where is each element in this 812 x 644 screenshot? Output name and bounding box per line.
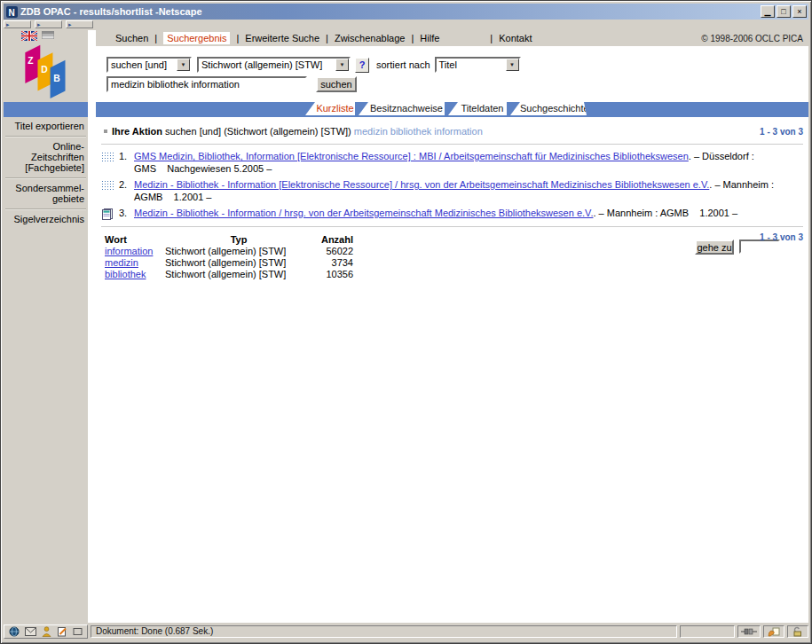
status-empty-field <box>680 625 735 638</box>
sidebar-menu: Titel exportieren Online-Zeitschriften [… <box>4 117 88 229</box>
word-link[interactable]: medizin <box>105 257 138 268</box>
chevron-down-icon: ▼ <box>506 59 519 71</box>
copyright-text: © 1998-2006 OCLC PICA <box>701 34 808 43</box>
component-bar-icon[interactable] <box>73 627 83 636</box>
result-holdings: AGMB 1.2001 – <box>134 192 803 203</box>
nav-suchergebnis[interactable]: Suchergebnis <box>163 32 230 44</box>
main-area: Suchen | Suchergebnis | Erweiterte Suche… <box>96 30 808 623</box>
netscape-icon: N <box>6 6 18 18</box>
collapsed-toolbar-tab[interactable]: ▸ <box>66 20 93 28</box>
word-count-range: 1 - 3 von 3 <box>760 232 803 242</box>
expand-arrow-icon: ▸ <box>37 21 41 27</box>
nav-suchen[interactable]: Suchen <box>115 33 148 43</box>
sidebar-item-online-zeitschriften[interactable]: Online-Zeitschriften [Fachgebiete] <box>4 137 88 177</box>
addressbook-icon[interactable] <box>42 626 51 637</box>
word-table-section: Wort Typ Anzahl information Stichwort (a… <box>101 234 803 280</box>
search-submit-button[interactable]: suchen <box>316 76 357 92</box>
action-criteria: suchen [und] (Stichwort (allgemein) [STW… <box>162 126 354 137</box>
sort-select[interactable]: Titel ▼ <box>435 57 521 73</box>
chevron-down-icon: ▼ <box>177 59 190 71</box>
language-flags <box>21 31 54 41</box>
tab-titeldaten[interactable]: Titeldaten <box>448 102 507 115</box>
result-title-link[interactable]: Medizin - Bibliothek - Information [Elek… <box>134 179 709 190</box>
svg-text:B: B <box>53 74 59 83</box>
online-plug-icon[interactable] <box>737 625 761 638</box>
result-title-link[interactable]: Medizin - Bibliothek - Information / hrs… <box>134 208 593 218</box>
tab-suchgeschichte[interactable]: Suchgeschichte <box>510 102 587 115</box>
tab-kurzliste[interactable]: Kurzliste <box>305 102 355 115</box>
search-form: suchen [und] ▼ Stichwort (allgemein) [ST… <box>96 46 808 102</box>
index-select[interactable]: Stichwort (allgemein) [STW] ▼ <box>197 57 351 73</box>
word-link[interactable]: bibliothek <box>105 269 146 279</box>
maximize-button[interactable]: □ <box>777 5 791 18</box>
result-row: 1. GMS Medizin, Bibliothek, Information … <box>101 151 803 175</box>
expand-arrow-icon: ▸ <box>68 21 72 27</box>
composer-icon[interactable] <box>57 626 67 637</box>
collapsed-toolbars: ▸ ▸ ▸ <box>4 20 808 29</box>
action-query: medizin bibliothek information <box>354 126 483 137</box>
nav-zwischenablage[interactable]: Zwischenablage <box>335 33 406 43</box>
svg-text:D: D <box>41 65 48 75</box>
chevron-down-icon: ▼ <box>335 59 349 71</box>
result-list: 1. GMS Medizin, Bibliothek, Information … <box>101 151 803 220</box>
netscape-window: N ZDB OPAC - results/shortlist -Netscape… <box>0 0 812 644</box>
result-tabbar: Kurzliste Besitznachweise Titeldaten Suc… <box>96 102 808 117</box>
status-text: Dokument: Done (0.687 Sek.) <box>91 625 677 638</box>
result-content: Ihre Aktion suchen [und] (Stichwort (all… <box>96 117 808 623</box>
statusbar: Dokument: Done (0.687 Sek.) <box>4 624 808 640</box>
word-table-row: medizin Stichwort (allgemein) [STW] 3734 <box>105 257 803 269</box>
journal-icon <box>101 208 114 220</box>
search-query-input[interactable] <box>106 76 307 92</box>
help-button[interactable]: ? <box>355 58 369 73</box>
result-title-link[interactable]: GMS Medizin, Bibliothek, Information [El… <box>134 151 689 161</box>
divider <box>101 144 803 145</box>
boolean-select[interactable]: suchen [und] ▼ <box>106 57 192 73</box>
sidebar: Z D B Titel exportieren Online-Zeitschri… <box>4 30 88 623</box>
result-holdings: GMS Nachgewiesen 5.2005 – <box>134 163 803 175</box>
component-bar <box>4 624 88 639</box>
result-row: 2. Medizin - Bibliothek - Information [E… <box>101 179 803 203</box>
titlebar: N ZDB OPAC - results/shortlist -Netscape… <box>4 4 808 20</box>
security-lock-icon[interactable] <box>787 625 808 638</box>
security-hand-icon[interactable] <box>763 625 784 638</box>
sidebar-blue-bar <box>4 102 88 117</box>
mail-icon[interactable] <box>25 627 36 636</box>
nav-erweiterte-suche[interactable]: Erweiterte Suche <box>245 33 319 43</box>
result-count: 1 - 3 von 3 <box>760 126 803 137</box>
expand-arrow-icon: ▸ <box>6 21 10 27</box>
word-table-row: bibliothek Stichwort (allgemein) [STW] 1… <box>105 269 803 280</box>
top-navigation: Suchen | Suchergebnis | Erweiterte Suche… <box>96 30 808 46</box>
sidebar-item-sigelverzeichnis[interactable]: Sigelverzeichnis <box>4 210 88 229</box>
window-title: ZDB OPAC - results/shortlist -Netscape <box>20 6 759 17</box>
collapsed-toolbar-tab[interactable]: ▸ <box>4 20 31 28</box>
svg-text:N: N <box>9 7 15 17</box>
zdb-logo: Z D B <box>17 43 72 99</box>
nav-kontakt-group: | Kontakt <box>484 33 532 43</box>
close-button[interactable]: × <box>792 5 807 18</box>
uk-flag-icon[interactable] <box>21 31 37 41</box>
nav-hilfe[interactable]: Hilfe <box>420 33 439 43</box>
divider <box>101 226 803 227</box>
navigator-icon[interactable] <box>9 626 20 637</box>
nav-kontakt[interactable]: Kontakt <box>499 33 532 43</box>
word-link[interactable]: information <box>105 246 153 256</box>
sidebar-item-titel-exportieren[interactable]: Titel exportieren <box>4 117 88 136</box>
browser-viewport: Z D B Titel exportieren Online-Zeitschri… <box>4 30 808 623</box>
sidebar-item-sondersammelgebiete[interactable]: Sondersammel- gebiete <box>4 179 88 208</box>
collapsed-toolbar-tab[interactable]: ▸ <box>35 20 62 28</box>
bullet-icon <box>104 130 107 133</box>
sort-label: sortiert nach <box>376 59 430 70</box>
minimize-button[interactable]: ▁ <box>761 5 775 18</box>
result-row: 3. Medizin - Bibliothek - Information / … <box>101 208 803 220</box>
gray-flag-icon[interactable] <box>42 31 54 39</box>
goto-button[interactable]: gehe zu <box>695 240 734 255</box>
action-line: Ihre Aktion suchen [und] (Stichwort (all… <box>101 126 803 137</box>
action-label: Ihre Aktion <box>112 126 162 137</box>
tab-besitznachweise[interactable]: Besitznachweise <box>359 102 445 115</box>
electronic-resource-icon <box>101 180 114 190</box>
svg-text:Z: Z <box>28 56 34 66</box>
electronic-resource-icon <box>101 152 114 161</box>
